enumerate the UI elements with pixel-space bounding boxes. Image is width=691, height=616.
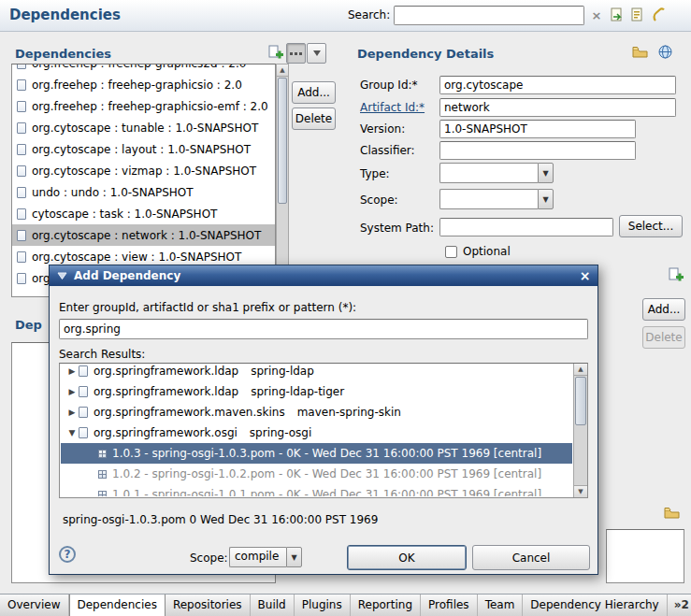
- dependency-list: org.freehep : freehep-graphics2d : 2.0 o…: [11, 64, 276, 297]
- tab-build[interactable]: Build: [251, 595, 295, 616]
- wrench-icon[interactable]: [652, 7, 666, 22]
- tab-dependency-hierarchy[interactable]: Dependency Hierarchy: [523, 595, 667, 616]
- type-label: Type:: [360, 167, 390, 180]
- dependency-list-item[interactable]: org.freehep : freehep-graphicsio-emf : 2…: [12, 95, 275, 117]
- tab-profiles[interactable]: Profiles: [421, 595, 478, 616]
- globe-icon[interactable]: [658, 45, 672, 59]
- dialog-title: Add Dependency: [74, 269, 180, 282]
- dialog-body: Enter groupId, artifactId or sha1 prefix…: [50, 286, 597, 574]
- expander-expanded-icon[interactable]: ▼: [65, 428, 79, 437]
- artifact-id-link-label[interactable]: Artifact Id:*: [360, 101, 425, 114]
- editor-tab-bar: Overview Dependencies Repositories Build…: [0, 594, 691, 616]
- selection-status-text: spring-osgi-1.0.3.pom 0 Wed Dec 31 16:00…: [63, 513, 378, 526]
- jar-icon: [17, 144, 26, 155]
- tab-team[interactable]: Team: [478, 595, 524, 616]
- search-result-group-row[interactable]: ▼ org.springframework.osgi spring-osgi: [61, 423, 572, 443]
- form-header: Dependencies Search: ×: [0, 0, 691, 32]
- query-input[interactable]: [59, 319, 588, 339]
- folder-icon[interactable]: [632, 45, 648, 59]
- jar-icon: [79, 407, 88, 418]
- ok-button[interactable]: OK: [347, 545, 467, 570]
- dependency-list-item[interactable]: undo : undo : 1.0-SNAPSHOT: [12, 181, 275, 203]
- optional-checkbox[interactable]: [445, 246, 457, 258]
- search-input[interactable]: [394, 6, 584, 25]
- right-list-add-button[interactable]: Add...: [642, 298, 685, 321]
- search-result-group-row[interactable]: ▶ org.springframework.maven.skins maven-…: [61, 402, 572, 423]
- document-export-icon[interactable]: [630, 7, 644, 22]
- tab-overview[interactable]: Overview: [0, 595, 69, 616]
- chevron-down-icon[interactable]: ▼: [286, 547, 302, 567]
- query-prompt-label: Enter groupId, artifactId or sha1 prefix…: [59, 301, 356, 314]
- jar-icon: [17, 64, 26, 69]
- scrollbar-thumb[interactable]: [575, 377, 586, 425]
- expander-collapsed-icon[interactable]: ▶: [65, 408, 79, 417]
- show-groupid-toggle[interactable]: [286, 43, 306, 64]
- dependency-list-item-selected[interactable]: org.cytoscape : network : 1.0-SNAPSHOT: [12, 224, 275, 246]
- version-field[interactable]: [439, 120, 636, 138]
- tab-overflow-chevron[interactable]: »2: [668, 595, 691, 616]
- sort-icon: [313, 50, 321, 56]
- document-import-icon[interactable]: [610, 7, 624, 22]
- search-result-group-row[interactable]: ▶ org.springframework.ldap spring-ldap-t…: [61, 381, 572, 402]
- search-results-tree: ▶ org.springframework.ldap spring-ldap ▶…: [59, 363, 588, 498]
- tab-dependencies[interactable]: Dependencies: [69, 595, 166, 616]
- add-dependency-icon[interactable]: [267, 45, 283, 61]
- clear-search-icon[interactable]: ×: [589, 7, 604, 22]
- search-result-group-row[interactable]: ▶ org.springframework.ldap spring-ldap: [61, 363, 572, 381]
- classifier-field[interactable]: [439, 141, 636, 160]
- chevron-down-icon[interactable]: ▼: [538, 163, 554, 183]
- dialog-window-icon: [56, 270, 68, 281]
- jar-icon: [17, 101, 26, 112]
- dependency-list-item[interactable]: org.freehep : freehep-graphicsio : 2.0: [12, 74, 275, 95]
- scrollbar-thumb[interactable]: [278, 78, 287, 204]
- scroll-up-button[interactable]: ▲: [574, 364, 587, 376]
- search-result-version-row[interactable]: 1.0.1 - spring-osgi-1.0.1.pom - 0K - Wed…: [61, 484, 572, 496]
- search-results-label: Search Results:: [59, 348, 145, 361]
- results-scrollbar[interactable]: ▲ ▼: [573, 364, 587, 497]
- search-result-version-row-selected[interactable]: 1.0.3 - spring-osgi-1.0.3.pom - 0K - Wed…: [61, 443, 572, 464]
- jar-icon: [79, 386, 88, 397]
- expander-collapsed-icon[interactable]: ▶: [65, 366, 79, 376]
- search-label: Search:: [348, 8, 390, 21]
- pom-file-icon: [98, 491, 107, 497]
- scroll-down-button[interactable]: ▼: [574, 485, 587, 497]
- dialog-scope-combo[interactable]: compile ▼: [229, 547, 302, 567]
- jar-icon: [17, 122, 26, 134]
- sort-toggle[interactable]: [307, 43, 326, 64]
- scroll-up-button[interactable]: ▲: [277, 64, 288, 77]
- classifier-label: Classifier:: [360, 144, 415, 157]
- jar-icon: [79, 365, 88, 377]
- open-folder-icon[interactable]: [664, 506, 680, 520]
- tab-plugins[interactable]: Plugins: [295, 595, 351, 616]
- system-path-field[interactable]: [439, 218, 613, 236]
- expander-collapsed-icon[interactable]: ▶: [65, 387, 79, 396]
- scope-label: Scope:: [360, 193, 398, 207]
- dependencies-add-button[interactable]: Add...: [292, 81, 336, 104]
- jar-icon: [79, 427, 88, 438]
- dialog-titlebar[interactable]: Add Dependency ×: [50, 265, 597, 286]
- jar-icon: [17, 251, 26, 263]
- add-dependency-dialog: Add Dependency × Enter groupId, artifact…: [49, 265, 598, 575]
- tab-reporting[interactable]: Reporting: [351, 595, 421, 616]
- right-list-delete-button[interactable]: Delete: [642, 326, 685, 349]
- dependency-list-scrollbar[interactable]: ▲ ▼: [276, 64, 289, 297]
- group-id-field[interactable]: [439, 76, 676, 94]
- artifact-id-field[interactable]: [439, 98, 676, 117]
- search-result-version-row[interactable]: 1.0.2 - spring-osgi-1.0.2.pom - 0K - Wed…: [61, 464, 572, 484]
- dependency-list-item[interactable]: org.cytoscape : tunable : 1.0-SNAPSHOT: [12, 117, 275, 138]
- dependency-list-item[interactable]: org.freehep : freehep-graphics2d : 2.0: [12, 64, 275, 74]
- dependency-list-item[interactable]: org.cytoscape : vizmap : 1.0-SNAPSHOT: [12, 160, 275, 181]
- cancel-button[interactable]: Cancel: [472, 545, 590, 570]
- jar-icon: [17, 230, 26, 241]
- scope-combo[interactable]: ▼: [439, 189, 554, 209]
- help-icon[interactable]: ?: [59, 546, 76, 563]
- type-combo[interactable]: ▼: [439, 163, 554, 183]
- dependency-list-item[interactable]: org.cytoscape : layout : 1.0-SNAPSHOT: [12, 138, 275, 160]
- tab-repositories[interactable]: Repositories: [166, 595, 251, 616]
- dependency-list-item[interactable]: cytoscape : task : 1.0-SNAPSHOT: [12, 203, 275, 224]
- close-icon[interactable]: ×: [577, 267, 593, 283]
- select-button[interactable]: Select...: [619, 215, 683, 237]
- add-item-icon[interactable]: [668, 267, 684, 283]
- chevron-down-icon[interactable]: ▼: [538, 189, 554, 209]
- dependencies-delete-button[interactable]: Delete: [292, 107, 336, 130]
